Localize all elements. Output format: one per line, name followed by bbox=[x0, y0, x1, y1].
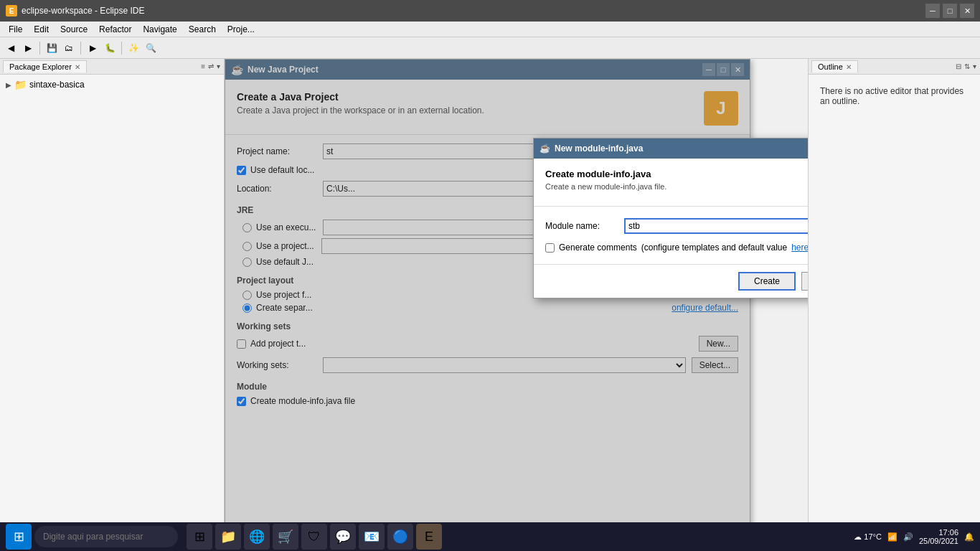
main-area: Package Explorer ✕ ≡ ⇌ ▾ ▶ 📁 sintaxe-bas… bbox=[0, 59, 980, 551]
minimize-button[interactable]: ─ bbox=[925, 4, 940, 18]
outline-panel-header: Outline ✕ ⊟ ⇅ ▾ bbox=[809, 59, 980, 75]
editor-area: ☕ New Java Project ─ □ ✕ Create a Java P… bbox=[225, 59, 808, 551]
module-dialog-header: Create module-info.java Create a new mod… bbox=[534, 159, 808, 207]
tree-area: ▶ 📁 sintaxe-basica bbox=[0, 75, 224, 551]
forward-button[interactable]: ▶ bbox=[20, 40, 36, 56]
tree-arrow: ▶ bbox=[6, 81, 11, 89]
package-explorer-header: Package Explorer ✕ ≡ ⇌ ▾ bbox=[0, 59, 224, 75]
menu-edit[interactable]: Edit bbox=[28, 23, 55, 36]
here-link[interactable]: here bbox=[791, 242, 808, 253]
outline-sort-button[interactable]: ⇅ bbox=[963, 62, 971, 71]
notification-button[interactable]: 🔔 bbox=[964, 532, 974, 542]
project-icon: 📁 bbox=[14, 79, 27, 90]
view-menu-button[interactable]: ▾ bbox=[216, 62, 221, 71]
dont-create-button[interactable]: Don't Create bbox=[801, 272, 808, 291]
dialog-overlay bbox=[225, 60, 750, 551]
save-all-button[interactable]: 🗂 bbox=[61, 40, 77, 56]
taskbar-app-edge[interactable]: 🌐 bbox=[244, 524, 270, 550]
outline-panel: Outline ✕ ⊟ ⇅ ▾ There is no active edito… bbox=[808, 59, 980, 551]
module-dialog-content: Module name: Generate comments (configur… bbox=[534, 207, 808, 264]
new-java-project-dialog: ☕ New Java Project ─ □ ✕ Create a Java P… bbox=[225, 59, 750, 551]
outline-message: There is no active editor that provides … bbox=[820, 86, 963, 106]
new-button[interactable]: ✨ bbox=[126, 40, 141, 56]
panel-tools: ≡ ⇌ ▾ bbox=[200, 62, 221, 71]
window-title: eclipse-workspace - Eclipse IDE bbox=[22, 6, 925, 16]
collapse-all-button[interactable]: ≡ bbox=[200, 62, 206, 71]
generate-comments-checkbox[interactable] bbox=[545, 243, 555, 253]
module-header-title: Create module-info.java bbox=[545, 169, 808, 179]
taskbar-app-chat[interactable]: 💬 bbox=[330, 524, 356, 550]
taskbar-time: 17:06 25/09/2021 bbox=[919, 528, 958, 545]
module-info-dialog: ☕ New module-info.java ─ □ ✕ Create modu… bbox=[533, 138, 808, 298]
taskbar-search-input[interactable] bbox=[34, 526, 178, 547]
clock-date: 25/09/2021 bbox=[919, 537, 958, 545]
taskbar-network-icon: 📶 bbox=[887, 532, 897, 542]
outline-panel-tools: ⊟ ⇅ ▾ bbox=[955, 62, 977, 71]
save-button[interactable]: 💾 bbox=[44, 40, 60, 56]
title-bar: E eclipse-workspace - Eclipse IDE ─ □ ✕ bbox=[0, 0, 980, 22]
clock-time: 17:06 bbox=[919, 528, 958, 537]
taskbar-tray: ☁ 17°C 📶 🔊 17:06 25/09/2021 🔔 bbox=[854, 528, 974, 545]
menu-source[interactable]: Source bbox=[55, 23, 93, 36]
maximize-button[interactable]: □ bbox=[943, 4, 957, 18]
package-explorer-panel: Package Explorer ✕ ≡ ⇌ ▾ ▶ 📁 sintaxe-bas… bbox=[0, 59, 225, 551]
debug-button[interactable]: 🐛 bbox=[102, 40, 118, 56]
outline-content: There is no active editor that provides … bbox=[809, 75, 980, 118]
outline-tab-label: Outline bbox=[818, 62, 843, 71]
taskbar-app-chrome[interactable]: 🔵 bbox=[387, 524, 413, 550]
configure-templates-text: (configure templates and default value bbox=[641, 242, 787, 253]
module-dialog-footer: Create Don't Create bbox=[534, 264, 808, 298]
taskbar-app-outlook[interactable]: 📧 bbox=[359, 524, 385, 550]
search-button[interactable]: 🔍 bbox=[143, 40, 159, 56]
menu-refactor[interactable]: Refactor bbox=[93, 23, 137, 36]
taskbar-app-file-explorer[interactable]: 📁 bbox=[215, 524, 241, 550]
run-button[interactable]: ▶ bbox=[85, 40, 100, 56]
window-controls: ─ □ ✕ bbox=[925, 4, 974, 18]
menu-project[interactable]: Proje... bbox=[222, 23, 260, 36]
module-dialog-icon: ☕ bbox=[540, 143, 550, 154]
close-button[interactable]: ✕ bbox=[960, 4, 974, 18]
module-dialog-title-text: New module-info.java bbox=[555, 143, 643, 154]
module-header-text: Create module-info.java Create a new mod… bbox=[545, 169, 808, 191]
taskbar-weather: ☁ 17°C bbox=[854, 532, 882, 542]
taskbar: ⊞ ⊞ 📁 🌐 🛒 🛡 💬 📧 🔵 E ☁ 17°C 📶 🔊 17:06 25/… bbox=[0, 522, 980, 551]
toolbar-separator-2 bbox=[80, 42, 81, 55]
package-explorer-close[interactable]: ✕ bbox=[75, 63, 80, 71]
package-explorer-label: Package Explorer bbox=[9, 62, 72, 71]
taskbar-app-security[interactable]: 🛡 bbox=[301, 524, 327, 550]
taskbar-app-store[interactable]: 🛒 bbox=[273, 524, 298, 550]
create-button[interactable]: Create bbox=[738, 272, 796, 291]
eclipse-window: E eclipse-workspace - Eclipse IDE ─ □ ✕ … bbox=[0, 0, 980, 551]
menu-navigate[interactable]: Navigate bbox=[137, 23, 182, 36]
toolbar-separator-3 bbox=[121, 42, 122, 55]
tree-item-sintaxe-basica[interactable]: ▶ 📁 sintaxe-basica bbox=[3, 77, 221, 92]
taskbar-volume-icon: 🔊 bbox=[903, 532, 913, 542]
link-editor-button[interactable]: ⇌ bbox=[207, 62, 215, 71]
toolbar: ◀ ▶ 💾 🗂 ▶ 🐛 ✨ 🔍 bbox=[0, 37, 980, 59]
start-button[interactable]: ⊞ bbox=[6, 524, 32, 550]
taskbar-app-task-view[interactable]: ⊞ bbox=[187, 524, 212, 550]
toolbar-separator-1 bbox=[39, 42, 40, 55]
outline-menu-button[interactable]: ▾ bbox=[972, 62, 977, 71]
package-explorer-tab[interactable]: Package Explorer ✕ bbox=[3, 60, 87, 72]
back-button[interactable]: ◀ bbox=[3, 40, 19, 56]
generate-comments-label: Generate comments bbox=[559, 242, 637, 253]
taskbar-apps: ⊞ 📁 🌐 🛒 🛡 💬 📧 🔵 E bbox=[187, 524, 442, 550]
generate-comments-row: Generate comments (configure templates a… bbox=[545, 242, 808, 253]
module-name-label: Module name: bbox=[545, 221, 624, 231]
taskbar-app-eclipse[interactable]: E bbox=[416, 524, 442, 550]
outline-tab[interactable]: Outline ✕ bbox=[811, 60, 858, 72]
menu-search[interactable]: Search bbox=[183, 23, 222, 36]
module-name-input[interactable] bbox=[624, 218, 808, 234]
menu-bar: File Edit Source Refactor Navigate Searc… bbox=[0, 22, 980, 37]
module-header-subtitle: Create a new module-info.java file. bbox=[545, 182, 808, 191]
module-name-row: Module name: bbox=[545, 218, 808, 234]
outline-close-button[interactable]: ✕ bbox=[846, 63, 852, 71]
eclipse-icon: E bbox=[6, 5, 17, 17]
module-dialog-title-bar: ☕ New module-info.java ─ □ ✕ bbox=[534, 138, 808, 159]
project-label: sintaxe-basica bbox=[29, 80, 85, 90]
outline-filter-button[interactable]: ⊟ bbox=[955, 62, 962, 71]
menu-file[interactable]: File bbox=[3, 23, 28, 36]
